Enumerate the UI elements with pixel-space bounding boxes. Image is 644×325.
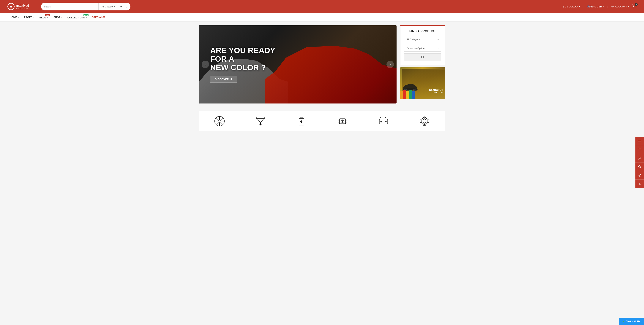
find-product-box: FIND A PRODUCT All Category Select an Op… xyxy=(400,25,445,65)
separator-1: | xyxy=(584,5,584,8)
car-silhouette-red xyxy=(258,33,396,103)
nav-shop-chevron: ▾ xyxy=(61,16,62,18)
svg-point-44 xyxy=(422,117,427,125)
cart-button[interactable]: 0 xyxy=(632,4,636,9)
exhaust-icon xyxy=(418,115,431,128)
nav-item-specials[interactable]: SPECIALS! xyxy=(90,13,107,21)
svg-line-16 xyxy=(221,118,223,120)
nav-specials-label: SPECIALS! xyxy=(92,16,105,19)
slider-prev-button[interactable]: ‹ xyxy=(202,61,209,68)
find-search-icon xyxy=(421,55,424,59)
language-label: ENGLISH xyxy=(591,5,602,8)
bottle-5 xyxy=(412,91,415,99)
right-sidebar: FIND A PRODUCT All Category Select an Op… xyxy=(400,25,445,103)
search-input[interactable] xyxy=(41,2,98,10)
language-selector[interactable]: 🇺🇸 ENGLISH ▾ xyxy=(587,5,604,8)
category-item-wheels[interactable] xyxy=(199,111,240,131)
account-chevron: ▾ xyxy=(628,5,629,8)
bottle-3 xyxy=(406,91,409,99)
svg-point-2 xyxy=(421,56,424,58)
language-chevron: ▾ xyxy=(603,5,604,8)
nav-shop-label: SHOP xyxy=(54,16,60,19)
nav-collections-badge: New xyxy=(84,14,88,16)
hero-title: ARE YOU READY FOR A NEW COLOR ? xyxy=(210,46,275,72)
category-item-exhaust[interactable] xyxy=(404,111,445,131)
categories-row xyxy=(192,107,452,135)
bottle-1 xyxy=(400,91,403,99)
svg-line-14 xyxy=(216,118,218,120)
logo-brand: market xyxy=(16,3,29,8)
nav-home-chevron: ▾ xyxy=(18,16,19,18)
hero-title-line1: ARE YOU READY xyxy=(210,46,275,55)
search-bar: All Category ⌕ xyxy=(41,2,130,10)
hero-slider: ARE YOU READY FOR A NEW COLOR ? DISCOVER… xyxy=(199,25,396,103)
nav-pages-chevron: ▾ xyxy=(33,16,34,18)
category-item-engine[interactable] xyxy=(322,111,363,131)
fluid-icon xyxy=(295,115,308,128)
promo-brand: Castrol Oil xyxy=(429,88,443,91)
svg-point-1 xyxy=(636,8,636,8)
svg-point-9 xyxy=(218,120,221,123)
nav-blog-label: BLOG xyxy=(40,16,46,19)
cart-count: 0 xyxy=(635,3,638,6)
logo-text: market all in one store xyxy=(16,3,29,10)
promo-banner[interactable]: Castrol Oil BUY NOW xyxy=(400,67,445,99)
header: e market all in one store All Category ⌕… xyxy=(0,0,644,13)
currency-selector[interactable]: $ US DOLLAR ▾ xyxy=(562,5,580,8)
category-item-battery[interactable] xyxy=(363,111,404,131)
bottle-4 xyxy=(409,90,412,99)
engine-icon xyxy=(336,115,349,128)
svg-point-26 xyxy=(301,121,302,122)
find-search-button[interactable] xyxy=(404,53,441,61)
logo-tagline: all in one store xyxy=(16,8,29,10)
logo-symbol: e xyxy=(8,3,14,10)
main-content: ARE YOU READY FOR A NEW COLOR ? DISCOVER… xyxy=(192,21,452,107)
svg-line-15 xyxy=(221,122,223,125)
category-item-filters[interactable] xyxy=(240,111,281,131)
nav-home-label: HOME xyxy=(10,16,17,19)
bottle-2 xyxy=(403,90,406,99)
svg-rect-24 xyxy=(300,117,303,119)
currency-chevron: ▾ xyxy=(579,5,580,8)
nav-pages-label: PAGES xyxy=(24,16,32,19)
nav-blog-badge: Hot! xyxy=(45,14,50,16)
filter-icon xyxy=(254,115,267,128)
find-product-title: FIND A PRODUCT xyxy=(404,29,441,33)
nav-blog-chevron: ▾ xyxy=(47,17,48,19)
nav-item-home[interactable]: HOME ▾ xyxy=(8,13,21,21)
logo[interactable]: e market all in one store xyxy=(8,3,37,10)
svg-line-17 xyxy=(216,122,218,125)
nav-collections-label: COLLECTIONS xyxy=(68,16,85,19)
flag-icon: 🇺🇸 xyxy=(587,5,590,8)
account-label: MY ACCOUNT xyxy=(611,5,627,8)
promo-action: BUY NOW xyxy=(429,91,443,93)
category-select[interactable]: All Category xyxy=(98,2,122,10)
promo-bottles xyxy=(400,90,415,99)
hero-text: ARE YOU READY FOR A NEW COLOR ? DISCOVER… xyxy=(210,46,275,83)
nav-item-collections[interactable]: COLLECTIONS ▾ New xyxy=(65,13,89,21)
search-button[interactable]: ⌕ xyxy=(122,2,130,10)
wheel-icon xyxy=(213,115,226,128)
currency-label: $ US DOLLAR xyxy=(562,5,578,8)
main-nav: HOME ▾ PAGES ▾ BLOG ▾ Hot! SHOP ▾ COLLEC… xyxy=(0,13,644,21)
nav-item-shop[interactable]: SHOP ▾ xyxy=(51,13,64,21)
separator-2: | xyxy=(607,5,608,8)
category-item-fluids[interactable] xyxy=(281,111,322,131)
hero-title-line2: FOR A xyxy=(210,55,275,63)
nav-item-blog[interactable]: BLOG ▾ Hot! xyxy=(37,13,51,21)
promo-text: Castrol Oil BUY NOW xyxy=(429,88,443,93)
nav-collections-chevron: ▾ xyxy=(86,17,87,19)
hero-title-line3: NEW COLOR ? xyxy=(210,63,275,72)
svg-point-0 xyxy=(634,8,634,8)
svg-rect-18 xyxy=(256,117,264,119)
find-option-select[interactable]: Select an Option xyxy=(404,45,441,51)
nav-item-pages[interactable]: PAGES ▾ xyxy=(22,13,36,21)
header-right: $ US DOLLAR ▾ | 🇺🇸 ENGLISH ▾ | MY ACCOUN… xyxy=(562,4,636,9)
find-category-select[interactable]: All Category xyxy=(404,36,441,43)
hero-cta-button[interactable]: DISCOVER IT xyxy=(210,76,237,83)
svg-point-45 xyxy=(423,119,426,124)
account-selector[interactable]: MY ACCOUNT ▾ xyxy=(611,5,629,8)
battery-icon xyxy=(377,115,390,128)
svg-point-29 xyxy=(342,121,343,122)
slider-next-button[interactable]: › xyxy=(386,61,394,68)
